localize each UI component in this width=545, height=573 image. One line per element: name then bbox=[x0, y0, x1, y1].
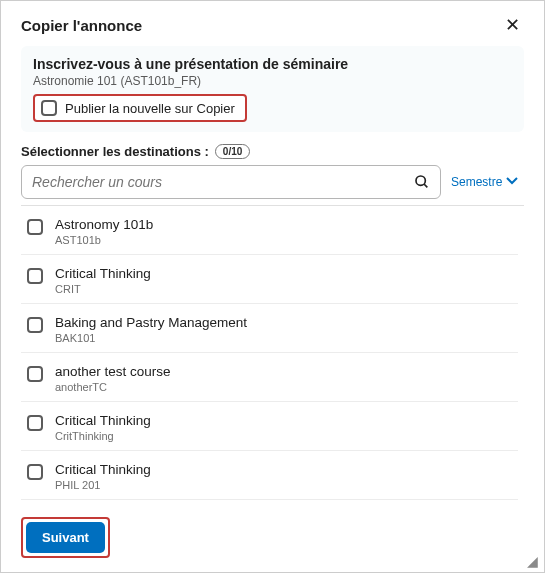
course-row[interactable]: Baking and Pastry ManagementBAK101 bbox=[21, 304, 518, 353]
course-texts: Critical ThinkingCRIT bbox=[55, 266, 151, 295]
course-title: Baking and Pastry Management bbox=[55, 315, 247, 330]
next-button-highlight: Suivant bbox=[21, 517, 110, 558]
announcement-course: Astronomie 101 (AST101b_FR) bbox=[33, 74, 512, 88]
course-texts: Astronomy 101bAST101b bbox=[55, 217, 153, 246]
course-title: another test course bbox=[55, 364, 171, 379]
search-box[interactable] bbox=[21, 165, 441, 199]
search-input[interactable] bbox=[32, 174, 414, 190]
course-row[interactable]: Critical ThinkingCRIT bbox=[21, 255, 518, 304]
course-texts: Critical ThinkingPHIL 201 bbox=[55, 462, 151, 491]
course-code: anotherTC bbox=[55, 381, 171, 393]
dialog-title: Copier l'annonce bbox=[21, 17, 142, 34]
course-checkbox[interactable] bbox=[27, 415, 43, 431]
chevron-down-icon bbox=[506, 175, 518, 189]
svg-point-0 bbox=[416, 176, 425, 185]
publish-on-copy-option[interactable]: Publier la nouvelle sur Copier bbox=[33, 94, 247, 122]
announcement-title: Inscrivez-vous à une présentation de sém… bbox=[33, 56, 512, 72]
announcement-info-card: Inscrivez-vous à une présentation de sém… bbox=[21, 46, 524, 132]
semester-filter[interactable]: Semestre bbox=[451, 175, 518, 189]
search-icon[interactable] bbox=[414, 174, 430, 190]
course-list-scroll[interactable]: Astronomy 101bAST101bCritical ThinkingCR… bbox=[21, 206, 524, 507]
course-checkbox[interactable] bbox=[27, 317, 43, 333]
course-row[interactable]: Intercultural Business EtiquetteIntercul… bbox=[21, 500, 518, 507]
destinations-header: Sélectionner les destinations : 0/10 bbox=[21, 144, 524, 159]
course-texts: Baking and Pastry ManagementBAK101 bbox=[55, 315, 247, 344]
publish-checkbox[interactable] bbox=[41, 100, 57, 116]
copy-announcement-dialog: Copier l'annonce ✕ Inscrivez-vous à une … bbox=[0, 0, 545, 573]
resize-handle-icon[interactable]: ◢ bbox=[527, 554, 538, 568]
course-title: Astronomy 101b bbox=[55, 217, 153, 232]
course-title: Critical Thinking bbox=[55, 266, 151, 281]
course-row[interactable]: Astronomy 101bAST101b bbox=[21, 206, 518, 255]
course-checkbox[interactable] bbox=[27, 219, 43, 235]
course-code: BAK101 bbox=[55, 332, 247, 344]
course-code: AST101b bbox=[55, 234, 153, 246]
dialog-footer: Suivant bbox=[1, 507, 544, 572]
course-checkbox[interactable] bbox=[27, 464, 43, 480]
course-texts: another test courseanotherTC bbox=[55, 364, 171, 393]
course-code: CRIT bbox=[55, 283, 151, 295]
search-row: Semestre bbox=[21, 165, 524, 199]
course-list: Astronomy 101bAST101bCritical ThinkingCR… bbox=[21, 205, 524, 507]
course-texts: Critical ThinkingCritThinking bbox=[55, 413, 151, 442]
destinations-count-badge: 0/10 bbox=[215, 144, 250, 159]
course-row[interactable]: Critical ThinkingPHIL 201 bbox=[21, 451, 518, 500]
publish-checkbox-label: Publier la nouvelle sur Copier bbox=[65, 101, 235, 116]
dialog-header: Copier l'annonce ✕ bbox=[1, 1, 544, 40]
next-button[interactable]: Suivant bbox=[26, 522, 105, 553]
svg-line-1 bbox=[424, 184, 427, 187]
course-title: Critical Thinking bbox=[55, 462, 151, 477]
course-code: CritThinking bbox=[55, 430, 151, 442]
course-checkbox[interactable] bbox=[27, 268, 43, 284]
course-row[interactable]: Critical ThinkingCritThinking bbox=[21, 402, 518, 451]
course-checkbox[interactable] bbox=[27, 366, 43, 382]
close-icon[interactable]: ✕ bbox=[501, 14, 524, 36]
course-title: Critical Thinking bbox=[55, 413, 151, 428]
destinations-label: Sélectionner les destinations : bbox=[21, 144, 209, 159]
course-row[interactable]: another test courseanotherTC bbox=[21, 353, 518, 402]
course-code: PHIL 201 bbox=[55, 479, 151, 491]
semester-label: Semestre bbox=[451, 175, 502, 189]
